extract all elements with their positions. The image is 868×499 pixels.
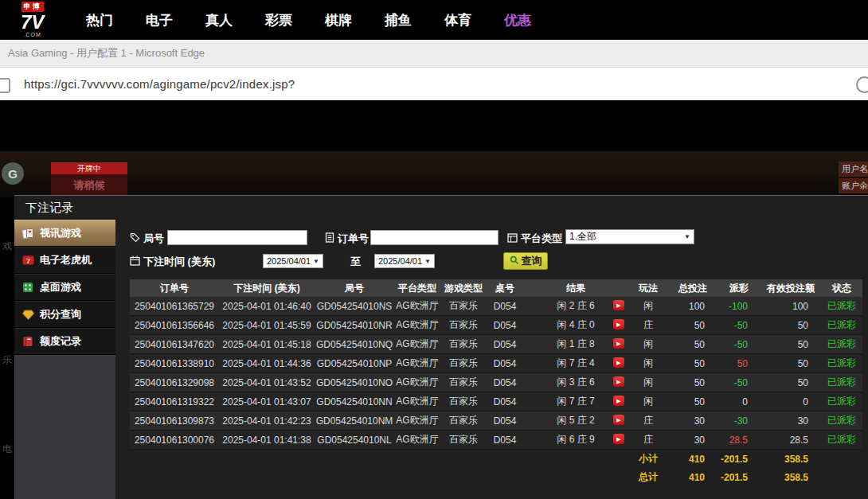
col-header: 派彩 <box>717 279 760 297</box>
total-bet-cell: 50 <box>668 392 717 411</box>
order-cell: 250401061329098 <box>130 373 219 392</box>
result-cell: 闲 3 庄 6▶ <box>523 373 628 392</box>
dealing-status-title: 开牌中 <box>51 162 127 174</box>
play-type-cell: 闲 <box>628 354 668 373</box>
payout-cell: 0 <box>717 392 760 411</box>
chevron-down-icon: ▼ <box>313 258 319 265</box>
sidebar-item-label: 桌面游戏 <box>40 280 81 294</box>
total-payout: -201.5 <box>717 468 760 486</box>
date-to-select[interactable]: 2025/04/01 ▼ <box>374 254 435 268</box>
col-header: 结果 <box>523 279 628 297</box>
order-cell: 250401061319322 <box>130 392 219 411</box>
status-cell: 已派彩 <box>821 411 862 431</box>
nav-item-8[interactable]: 优惠 <box>504 11 531 29</box>
replay-icon[interactable]: ▶ <box>613 338 624 349</box>
order-no-label-group: 订单号 <box>325 232 369 246</box>
replay-icon[interactable]: ▶ <box>613 434 624 444</box>
bg-menu-glyph: 电 <box>2 442 12 456</box>
bg-menu-glyph: 戏 <box>2 240 12 253</box>
sidebar-item-2[interactable]: 7电子老虎机 <box>14 247 115 274</box>
table-no-cell: D054 <box>487 297 523 316</box>
col-header: 游戏类型 <box>440 279 487 297</box>
round-no-input[interactable] <box>167 230 307 245</box>
replay-icon[interactable]: ▶ <box>613 396 624 406</box>
sidebar-item-5[interactable]: 额度记录 <box>14 328 115 355</box>
search-icon <box>510 255 519 267</box>
date-from-select[interactable]: 2025/04/01 ▼ <box>263 254 323 268</box>
col-header: 订单号 <box>130 279 219 297</box>
payout-cell: -100 <box>717 297 760 316</box>
sidebar-item-3[interactable]: 桌面游戏 <box>14 274 115 301</box>
round-cell: GD054254010NO <box>315 373 394 392</box>
sidebar-item-label: 电子老虎机 <box>40 253 92 267</box>
total-bet-cell: 50 <box>668 373 717 392</box>
subtotal-row: 小计 410 -201.5 358.5 <box>130 450 862 469</box>
valid-bet-cell: 30 <box>760 411 821 431</box>
dealing-status-badge: 开牌中 请稍候 <box>51 162 127 197</box>
search-button-label: 查询 <box>522 254 542 268</box>
profile-icon[interactable] <box>856 76 868 93</box>
sidebar-item-label: 积分查询 <box>40 307 81 322</box>
logo-text: 7V <box>21 12 44 32</box>
game-type-cell: 百家乐 <box>440 297 487 316</box>
screen: 申博 7V .COM 热门电子真人彩票棋牌捕鱼体育优惠 Asia Gaming … <box>0 0 868 499</box>
game-type-cell: 百家乐 <box>440 431 487 450</box>
order-no-input[interactable] <box>370 230 499 245</box>
total-total-bet: 410 <box>668 468 717 486</box>
replay-icon[interactable]: ▶ <box>613 300 624 310</box>
nav-item-3[interactable]: 真人 <box>205 11 233 29</box>
payout-cell: -30 <box>717 411 760 431</box>
svg-text:7: 7 <box>25 257 29 265</box>
site-logo[interactable]: 申博 7V .COM <box>21 2 44 38</box>
table-no-cell: D054 <box>487 354 523 373</box>
logo-domain: .COM <box>24 32 41 38</box>
round-cell: GD054254010NN <box>315 392 394 411</box>
game-type-cell: 百家乐 <box>440 411 487 431</box>
play-type-cell: 庄 <box>628 431 668 450</box>
chevron-down-icon: ▼ <box>424 258 431 265</box>
status-cell: 已派彩 <box>821 316 862 335</box>
calendar-icon <box>130 255 140 268</box>
platform-cell: AG欧洲厅 <box>394 411 440 431</box>
nav-item-6[interactable]: 捕鱼 <box>385 11 412 29</box>
round-cell: GD054254010NR <box>315 316 394 335</box>
order-no-label: 订单号 <box>338 232 369 246</box>
round-no-label: 局号 <box>143 232 164 246</box>
nav-item-2[interactable]: 电子 <box>146 11 173 29</box>
cards-icon <box>21 228 35 240</box>
total-bet-cell: 100 <box>668 297 717 316</box>
nav-item-7[interactable]: 体育 <box>444 11 471 29</box>
replay-icon[interactable]: ▶ <box>613 357 624 368</box>
platform-cell: AG欧洲厅 <box>394 373 440 392</box>
platform-cell: AG欧洲厅 <box>394 431 440 450</box>
platform-type-label: 平台类型 <box>521 232 562 246</box>
bet-time-cell: 2025-04-01 01:42:23 <box>219 411 315 431</box>
search-button[interactable]: 查询 <box>503 252 548 270</box>
round-no-label-group: 局号 <box>130 232 164 246</box>
subtotal-total-bet: 410 <box>668 450 717 469</box>
status-cell: 已派彩 <box>821 431 862 450</box>
round-cell: GD054254010NS <box>315 297 394 316</box>
url-text[interactable]: https://gci.7vvvvvv.com/agingame/pcv2/in… <box>24 77 295 91</box>
status-cell: 已派彩 <box>821 335 862 354</box>
sidebar-item-1[interactable]: 视讯游戏 <box>14 220 115 247</box>
slot-icon: 7 <box>21 255 35 266</box>
browser-title-bar: Asia Gaming - 用户配置 1 - Microsoft Edge <box>0 40 868 68</box>
total-bet-cell: 50 <box>668 354 717 373</box>
bet-time-cell: 2025-04-01 01:45:18 <box>219 335 315 354</box>
order-cell: 250401061309873 <box>130 411 219 431</box>
table-row: 2504010613476202025-04-01 01:45:18GD0542… <box>130 335 862 354</box>
replay-icon[interactable]: ▶ <box>613 415 624 425</box>
platform-type-select[interactable]: 1.全部 ▼ <box>565 229 694 244</box>
browser-address-bar[interactable]: https://gci.7vvvvvv.com/agingame/pcv2/in… <box>0 68 868 100</box>
sidebar-item-4[interactable]: 积分查询 <box>14 301 115 328</box>
total-valid-bet: 358.5 <box>760 468 821 486</box>
nav-item-4[interactable]: 彩票 <box>265 11 292 29</box>
valid-bet-cell: 0 <box>760 392 821 411</box>
nav-item-5[interactable]: 棋牌 <box>325 11 352 29</box>
replay-icon[interactable]: ▶ <box>613 376 624 387</box>
nav-item-1[interactable]: 热门 <box>86 11 113 29</box>
order-cell: 250401061338910 <box>130 354 219 373</box>
site-info-icon[interactable] <box>0 78 10 93</box>
replay-icon[interactable]: ▶ <box>613 319 624 329</box>
